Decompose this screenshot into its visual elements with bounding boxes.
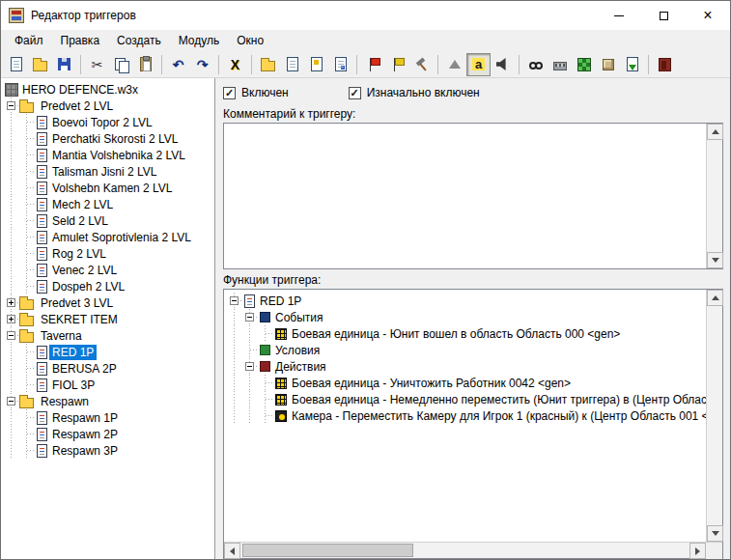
- comment-vertical-scrollbar[interactable]: [706, 124, 722, 268]
- menu-edit[interactable]: Правка: [52, 31, 109, 50]
- close-button[interactable]: ×: [686, 1, 730, 30]
- new-category-button[interactable]: [256, 53, 280, 76]
- func-events-group[interactable]: События: [227, 309, 706, 325]
- tree-trigger[interactable]: Boevoi Topor 2 LVL: [4, 114, 214, 130]
- tree-trigger[interactable]: Mantia Volshebnika 2 LVL: [4, 147, 214, 163]
- tree-trigger[interactable]: BERUSA 2P: [4, 360, 214, 377]
- new-trigger-button[interactable]: [280, 53, 304, 76]
- new-script-button[interactable]: [328, 53, 352, 76]
- tree-category[interactable]: Respawn: [4, 393, 214, 409]
- cut-button[interactable]: [85, 53, 109, 76]
- collapse-box-icon[interactable]: [7, 101, 15, 110]
- app-icon: [9, 8, 24, 23]
- tree-trigger[interactable]: Dospeh 2 LVL: [4, 278, 214, 294]
- menu-create[interactable]: Создать: [108, 31, 170, 50]
- func-action-item[interactable]: Камера - Переместить Камеру для Игрок 1 …: [227, 407, 706, 424]
- ai-editor-button[interactable]: [548, 53, 572, 76]
- new-event-button[interactable]: [361, 53, 385, 76]
- collapse-box-icon[interactable]: [230, 296, 239, 305]
- scroll-down-button[interactable]: [707, 525, 723, 542]
- tree-trigger[interactable]: Amulet Soprotivlenia 2 LVL: [4, 229, 214, 245]
- func-conditions-group[interactable]: Условия: [227, 342, 706, 358]
- paste-icon: [140, 57, 152, 71]
- import-manager-button[interactable]: [620, 53, 644, 76]
- tree-trigger[interactable]: Talisman Jisni 2 LVL: [4, 163, 214, 180]
- collapse-box-icon[interactable]: [7, 397, 15, 406]
- expand-box-icon[interactable]: [7, 315, 15, 323]
- minimize-button[interactable]: [597, 1, 641, 30]
- save-map-button[interactable]: [52, 53, 76, 76]
- terrain-editor-button[interactable]: [572, 53, 596, 76]
- func-action-item[interactable]: Боевая единица - Уничтожить Работник 004…: [227, 375, 706, 391]
- text-display-button[interactable]: [466, 53, 491, 76]
- tree-category[interactable]: SEKRET ITEM: [4, 311, 214, 327]
- menu-window[interactable]: Окно: [228, 31, 272, 50]
- tree-trigger-label: Dospeh 2 LVL: [49, 279, 127, 294]
- scroll-track[interactable]: [240, 543, 689, 558]
- trigger-icon: [37, 198, 47, 211]
- tree-root-map[interactable]: HERO DEFENCE.w3x: [4, 81, 214, 98]
- tree-trigger[interactable]: Respawn 3P: [4, 442, 214, 459]
- open-map-button[interactable]: [28, 53, 52, 76]
- window-controls: ×: [597, 1, 730, 30]
- tree-trigger[interactable]: Rog 2 LVL: [4, 245, 214, 262]
- tree-connector: [19, 245, 35, 262]
- tree-category[interactable]: Taverna: [4, 327, 214, 344]
- comment-text-area[interactable]: [224, 124, 706, 268]
- functions-horizontal-scrollbar[interactable]: [224, 543, 706, 558]
- scroll-right-button[interactable]: [689, 543, 706, 559]
- tree-trigger[interactable]: Seld 2 LVL: [4, 212, 214, 229]
- new-map-button[interactable]: [4, 53, 28, 76]
- new-action-button[interactable]: [409, 53, 434, 76]
- paste-button[interactable]: [133, 53, 157, 76]
- tree-trigger[interactable]: Venec 2 LVL: [4, 262, 214, 278]
- tree-category[interactable]: Predvet 2 LVL: [4, 98, 214, 114]
- delete-button[interactable]: [223, 53, 247, 76]
- scroll-up-button[interactable]: [707, 290, 723, 306]
- func-actions-group[interactable]: Действия: [227, 358, 706, 375]
- test-map-button[interactable]: [653, 53, 677, 76]
- scroll-left-button[interactable]: [224, 543, 240, 559]
- tree-connector: [242, 309, 258, 325]
- collapse-box-icon[interactable]: [7, 331, 15, 340]
- tree-trigger[interactable]: Volshebn Kamen 2 LVL: [4, 180, 214, 196]
- new-comment-button[interactable]: [304, 53, 328, 76]
- convert-button[interactable]: [442, 53, 466, 76]
- tree-category[interactable]: Predvet 3 LVL: [4, 294, 214, 311]
- new-condition-button[interactable]: [385, 53, 409, 76]
- menu-module[interactable]: Модуль: [170, 31, 229, 50]
- collapse-box-icon[interactable]: [245, 313, 254, 322]
- tree-trigger[interactable]: Respawn 1P: [4, 409, 214, 426]
- speaker-icon: [496, 58, 510, 70]
- tree-connector: [227, 293, 242, 309]
- tree-trigger[interactable]: FIOL 3P: [4, 377, 214, 393]
- tree-trigger[interactable]: Respawn 2P: [4, 426, 214, 442]
- scroll-track[interactable]: [707, 140, 722, 252]
- enabled-checkbox-box[interactable]: [223, 87, 236, 99]
- tree-trigger[interactable]: Perchatki Skorosti 2 LVL: [4, 130, 214, 147]
- menu-file[interactable]: Файл: [6, 31, 52, 50]
- sound-editor-button[interactable]: [491, 53, 515, 76]
- scroll-track[interactable]: [707, 306, 722, 525]
- tree-guide-line: [227, 407, 242, 424]
- expand-box-icon[interactable]: [7, 298, 15, 307]
- func-event-item[interactable]: Боевая единица - Юнит вошел в область Об…: [227, 325, 706, 342]
- object-manager-button[interactable]: [523, 53, 548, 76]
- scroll-down-button[interactable]: [707, 252, 723, 268]
- undo-button[interactable]: [166, 53, 190, 76]
- maximize-button[interactable]: [641, 1, 686, 30]
- scroll-thumb[interactable]: [242, 544, 413, 557]
- initially-on-checkbox-box[interactable]: [349, 87, 361, 99]
- collapse-box-icon[interactable]: [245, 362, 254, 371]
- copy-button[interactable]: [109, 53, 133, 76]
- redo-button[interactable]: [190, 53, 214, 76]
- tree-trigger[interactable]: Mech 2 LVL: [4, 196, 214, 212]
- object-editor-button[interactable]: [596, 53, 620, 76]
- tree-trigger[interactable]: RED 1P: [4, 344, 214, 360]
- functions-vertical-scrollbar[interactable]: [706, 290, 722, 542]
- func-action-item[interactable]: Боевая единица - Немедленно переместить …: [227, 391, 706, 407]
- scroll-up-button[interactable]: [707, 124, 723, 140]
- func-trigger-root[interactable]: RED 1P: [227, 293, 706, 309]
- initially-on-checkbox[interactable]: Изначально включен: [349, 86, 480, 99]
- enabled-checkbox[interactable]: Включен: [223, 86, 289, 99]
